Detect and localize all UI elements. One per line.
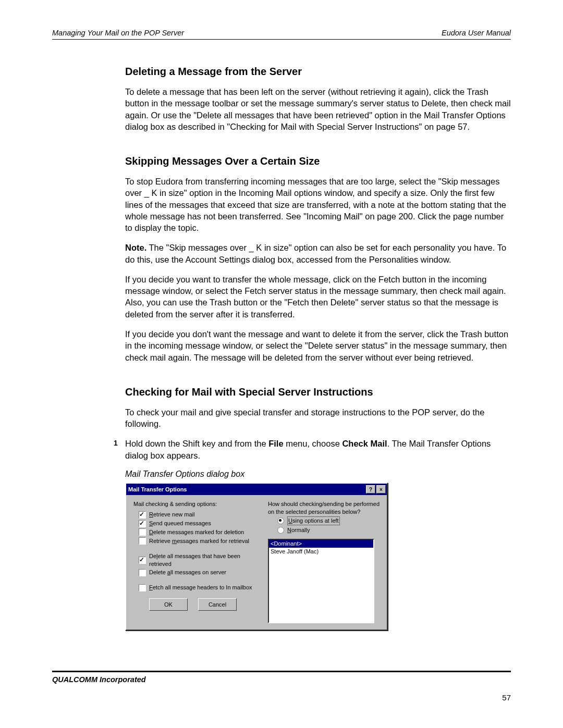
para-s2-p4: If you decide you don't want the message…: [125, 328, 511, 363]
personalities-list[interactable]: <Dominant> Steve Janoff (Mac): [268, 539, 374, 623]
close-button[interactable]: ×: [376, 485, 386, 493]
checkbox-send-queued[interactable]: Send queued messages: [133, 519, 259, 528]
header-left: Managing Your Mail on the POP Server: [52, 29, 184, 37]
list-item[interactable]: <Dominant>: [269, 540, 373, 548]
checkbox-retrieve-new-mail[interactable]: Retrieve new mail: [133, 510, 259, 519]
right-label-2: on the selected personalities below?: [268, 508, 382, 516]
para-s2-note: Note. The "Skip messages over _ K in siz…: [125, 242, 511, 265]
para-s1-p1: To delete a message that has been left o…: [125, 86, 511, 132]
checkbox-icon: [139, 569, 146, 576]
left-group-label: Mail checking & sending options:: [133, 500, 259, 508]
heading-checking: Checking for Mail with Special Server In…: [125, 385, 511, 399]
step1-pre: Hold down the Shift key and from the: [125, 439, 268, 448]
chk-label: etrieve new mail: [153, 511, 194, 517]
page-footer: QUALCOMM Incorporated 57: [52, 671, 511, 702]
dialog-title: Mail Transfer Options: [128, 486, 187, 493]
checkbox-delete-marked[interactable]: Delete messages marked for deletion: [133, 528, 259, 537]
radio-normally[interactable]: Normally: [268, 526, 382, 535]
checkbox-fetch-headers[interactable]: Fetch all message headers to In mailbox: [133, 583, 259, 592]
step1-bold2: Check Mail: [342, 439, 387, 448]
right-label-1: How should checking/sending be performed: [268, 500, 382, 508]
note-label: Note.: [125, 243, 146, 252]
checkbox-delete-retrieved[interactable]: Delete all messages that have been retri…: [133, 552, 259, 569]
step-number: 1: [114, 438, 118, 448]
radio-using-options[interactable]: Using options at left: [268, 516, 382, 526]
help-button[interactable]: ?: [366, 485, 375, 493]
running-header: Managing Your Mail on the POP Server Eud…: [52, 29, 511, 40]
checkbox-icon: [139, 537, 146, 545]
ok-button[interactable]: OK: [149, 598, 188, 611]
cancel-button[interactable]: Cancel: [198, 598, 237, 611]
radio-icon: [277, 517, 284, 524]
para-s3-intro: To check your mail and give special tran…: [125, 406, 511, 430]
radio-icon: [277, 527, 284, 534]
step1-mid: menu, choose: [284, 439, 342, 448]
mail-transfer-options-dialog: Mail Transfer Options ? × Mail checking …: [125, 483, 388, 630]
checkbox-delete-all[interactable]: Delete all messages on server: [133, 568, 259, 577]
checkbox-icon: [139, 584, 146, 591]
heading-deleting: Deleting a Message from the Server: [125, 65, 511, 79]
step1-bold1: File: [268, 439, 283, 448]
heading-skipping: Skipping Messages Over a Certain Size: [125, 154, 511, 168]
page-number: 57: [52, 693, 511, 702]
checkbox-icon: [139, 520, 146, 527]
checkbox-icon: [139, 511, 146, 519]
dialog-caption: Mail Transfer Options dialog box: [125, 468, 511, 480]
footer-company: QUALCOMM Incorporated: [52, 675, 146, 684]
checkbox-icon: [139, 528, 146, 536]
header-right: Eudora User Manual: [442, 29, 511, 37]
para-s2-p1: To stop Eudora from transferring incomin…: [125, 176, 511, 233]
dialog-titlebar[interactable]: Mail Transfer Options ? ×: [126, 484, 387, 495]
note-body: The "Skip messages over _ K in size" opt…: [125, 243, 506, 264]
step-1: 1 Hold down the Shift key and from the F…: [125, 438, 511, 461]
para-s2-p3: If you decide you want to transfer the w…: [125, 274, 511, 320]
page-content: Deleting a Message from the Server To de…: [125, 65, 511, 631]
checkbox-retrieve-marked[interactable]: Retrieve messages marked for retrieval: [133, 537, 259, 546]
checkbox-icon: [139, 557, 146, 564]
list-item[interactable]: Steve Janoff (Mac): [269, 548, 373, 556]
